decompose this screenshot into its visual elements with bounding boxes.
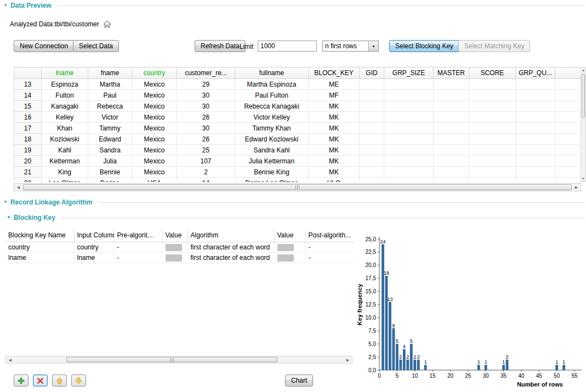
cell[interactable] [555,134,582,145]
refresh-data-button[interactable]: Refresh Data [195,40,246,52]
select-data-button[interactable]: Select Data [73,40,119,52]
cell[interactable] [434,79,469,90]
cell[interactable]: 2 [177,167,235,178]
row-number-cell[interactable]: 17 [14,123,42,134]
value-field[interactable] [277,254,294,262]
cell[interactable]: Julia [88,156,132,167]
cell[interactable] [360,112,384,123]
cell[interactable]: Mexico [132,167,177,178]
cell[interactable] [516,123,555,134]
cell[interactable]: Mexico [132,134,177,145]
blocking-column-header-input-column[interactable]: Input Column [74,229,114,242]
cell[interactable]: 25 [177,145,235,156]
blocking-column-header-algorithm[interactable]: Algorithm [187,229,274,242]
preview-horizontal-scrollbar[interactable]: ◀ ▶ [14,183,581,191]
cell[interactable] [516,145,555,156]
cell[interactable] [434,101,469,112]
cell[interactable] [469,112,516,123]
value-field[interactable] [166,244,182,251]
cell[interactable] [555,79,582,90]
cell[interactable] [434,123,469,134]
blocking-column-header-pre-algorit---[interactable]: Pre-algorit... [114,229,162,242]
column-header-GRP_SIZE[interactable]: GRP_SIZE [384,67,434,79]
cell[interactable]: 30 [177,101,235,112]
cell[interactable]: 30 [177,123,235,134]
cell[interactable] [469,79,516,90]
table-row[interactable]: 16KelleyVictorMexico26Victor KelleyMK [14,112,582,123]
cell[interactable] [434,112,469,123]
value-cell[interactable] [162,242,187,253]
blocking-cell[interactable]: country [5,242,74,253]
cell[interactable] [360,145,384,156]
cell[interactable] [434,145,469,156]
cell[interactable] [384,145,434,156]
cell[interactable] [434,178,469,183]
section-header-blocking-key[interactable]: ▼ Blocking Key [7,213,585,222]
column-header-GRP_QU...[interactable]: GRP_QU... [516,67,555,79]
cell[interactable] [384,123,434,134]
cell[interactable] [516,156,555,167]
cell[interactable] [384,112,434,123]
row-number-cell[interactable]: 16 [14,112,42,123]
row-number-cell[interactable]: 19 [14,145,42,156]
cell[interactable] [469,156,516,167]
cell[interactable] [469,178,516,183]
cell[interactable] [555,123,582,134]
cell[interactable]: Ketterman [42,156,88,167]
cell[interactable]: Kozlowski [42,134,88,145]
cell[interactable]: Mexico [132,90,177,101]
cell[interactable]: Dorine Lee Olmos [235,178,309,183]
cell[interactable]: Mexico [132,101,177,112]
limit-input[interactable] [258,41,317,52]
cell[interactable] [434,134,469,145]
row-mode-select[interactable]: n first rows ▼ [322,41,379,52]
value-cell[interactable] [162,253,187,263]
cell[interactable]: Rebecca Kanagaki [235,101,309,112]
move-down-button[interactable] [71,374,86,387]
column-header-customer_re...[interactable]: customer_re... [177,67,235,79]
cell[interactable]: 107 [177,156,235,167]
cell[interactable]: Mexico [132,123,177,134]
cell[interactable] [555,145,582,156]
cell[interactable] [360,79,384,90]
cell[interactable]: 29 [177,79,235,90]
cell[interactable]: Rebecca [88,101,132,112]
cell[interactable]: 14 [177,178,235,183]
cell[interactable]: Tammy Khan [235,123,309,134]
collapse-triangle-icon[interactable]: ▼ [3,3,8,8]
blocking-cell[interactable]: - [305,242,354,253]
cell[interactable] [434,167,469,178]
scrollbar-thumb[interactable] [66,357,277,362]
column-header-blank[interactable] [14,67,42,79]
home-icon[interactable] [103,20,111,28]
cell[interactable]: Kanagaki [42,101,88,112]
cell[interactable] [555,167,582,178]
cell[interactable] [469,90,516,101]
cell[interactable]: Kelley [42,112,88,123]
cell[interactable]: Martha Espinoza [235,79,309,90]
scroll-down-icon[interactable]: ▼ [581,176,585,181]
cell[interactable] [360,101,384,112]
cell[interactable] [384,79,434,90]
column-header-SCORE[interactable]: SCORE [469,67,516,79]
preview-vertical-scrollbar[interactable]: ▲ ▼ [581,67,586,182]
section-header-data-preview[interactable]: ▼ Data Preview [3,1,585,10]
cell[interactable] [360,134,384,145]
cell[interactable]: Mexico [132,79,177,90]
chart-button[interactable]: Chart [285,374,313,387]
column-header-lname[interactable]: lname [42,67,88,79]
cell[interactable]: Edward Kozlowski [235,134,309,145]
cell[interactable] [516,178,555,183]
scrollbar-thumb[interactable] [582,74,585,118]
cell[interactable]: MK [309,101,360,112]
scrollbar-thumb[interactable] [23,184,572,190]
blocking-cell[interactable]: - [114,242,162,253]
blocking-column-header-value[interactable]: Value [274,229,305,242]
cell[interactable]: MK [309,145,360,156]
blocking-cell[interactable]: - [114,253,162,263]
cell[interactable]: King [42,167,88,178]
cell[interactable]: Paul [88,90,132,101]
cell[interactable] [555,101,582,112]
cell[interactable]: Mexico [132,156,177,167]
column-header-BLOCK_KEY[interactable]: BLOCK_KEY [309,67,360,79]
